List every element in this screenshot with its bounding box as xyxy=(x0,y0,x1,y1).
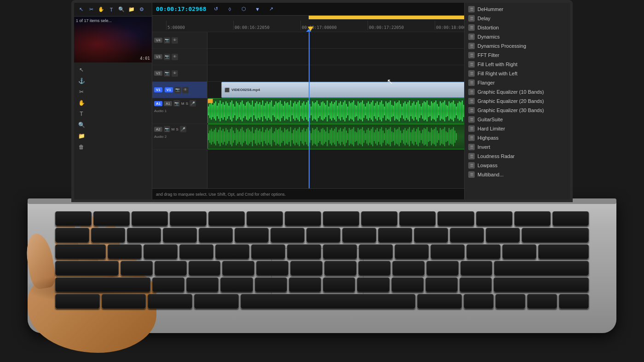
key-f11[interactable] xyxy=(476,211,512,226)
effect-item-distortion[interactable]: ☰ Distortion xyxy=(465,23,570,32)
key-f7[interactable] xyxy=(323,211,359,226)
key-f4[interactable] xyxy=(208,211,245,226)
key-d[interactable] xyxy=(189,261,221,276)
track-btn-v3-cam[interactable]: 📷 xyxy=(164,54,170,60)
key-7[interactable] xyxy=(306,228,340,243)
key-ctrl[interactable] xyxy=(102,294,146,309)
timeline-icon-1[interactable]: ↺ xyxy=(212,5,220,13)
key-z[interactable] xyxy=(152,277,184,292)
key-n[interactable] xyxy=(323,277,355,292)
key-w[interactable] xyxy=(144,244,178,259)
key-9[interactable] xyxy=(378,228,412,243)
key-3[interactable] xyxy=(163,228,197,243)
key-j[interactable] xyxy=(324,261,356,276)
key-rshift[interactable] xyxy=(494,277,589,292)
tool-icon-arrow[interactable]: ↖ xyxy=(77,65,86,74)
key-backtick[interactable] xyxy=(55,228,89,243)
tool-icon-search2[interactable]: 🔍 xyxy=(77,120,86,130)
key-semicolon[interactable] xyxy=(426,261,459,276)
effect-item-delay[interactable]: ☰ Delay xyxy=(465,14,570,23)
effect-item-fft[interactable]: ☰ FFT Filter xyxy=(465,51,570,60)
track-btn-a2-cam[interactable]: 📷 xyxy=(164,126,170,132)
track-btn-a1-m[interactable]: M xyxy=(181,102,184,106)
tool-arrow[interactable]: ↖ xyxy=(77,6,85,14)
track-btn-v2-eye[interactable]: 👁 xyxy=(172,70,178,77)
effect-item-invert[interactable]: ☰ Invert xyxy=(465,142,570,152)
key-period[interactable] xyxy=(426,277,458,292)
timeline-icon-4[interactable]: ▼ xyxy=(253,5,262,13)
key-0[interactable] xyxy=(414,228,448,243)
key-q[interactable] xyxy=(108,244,142,259)
key-enter[interactable] xyxy=(494,261,589,276)
key-i[interactable] xyxy=(359,244,393,259)
key-f10[interactable] xyxy=(437,211,474,226)
key-e[interactable] xyxy=(179,244,213,259)
effect-item-graphic-eq-10[interactable]: ☰ Graphic Equalizer (10 Bands) xyxy=(465,87,570,96)
key-up[interactable] xyxy=(495,294,525,309)
key-f8[interactable] xyxy=(361,211,397,226)
key-rbracket[interactable] xyxy=(502,244,536,259)
key-1[interactable] xyxy=(91,228,125,243)
key-r[interactable] xyxy=(215,244,249,259)
key-5[interactable] xyxy=(235,228,269,243)
key-f2[interactable] xyxy=(132,211,168,226)
key-backspace[interactable] xyxy=(522,228,589,243)
track-row-a1[interactable] xyxy=(207,98,502,124)
track-btn-v1-cam[interactable]: 📷 xyxy=(174,87,181,93)
effect-item-guitarsuite[interactable]: ☰ GuitarSuite xyxy=(465,115,570,124)
track-btn-a2-mic[interactable]: 🎤 xyxy=(180,126,186,132)
key-v[interactable] xyxy=(255,277,287,292)
key-lshift[interactable] xyxy=(55,277,150,292)
track-btn-v4-eye[interactable]: 👁 xyxy=(172,37,178,44)
track-row-v3[interactable] xyxy=(207,49,502,65)
key-left[interactable] xyxy=(464,294,494,309)
key-lcmd[interactable] xyxy=(194,294,239,309)
key-backslash[interactable] xyxy=(538,244,589,259)
key-f9[interactable] xyxy=(399,211,436,226)
key-t[interactable] xyxy=(251,244,285,259)
tool-razor[interactable]: ✂ xyxy=(87,6,95,14)
tool-icon-folder2[interactable]: 📁 xyxy=(77,131,86,141)
key-f6[interactable] xyxy=(285,211,321,226)
key-tab[interactable] xyxy=(55,244,106,259)
track-btn-a2-s[interactable]: S xyxy=(176,127,178,131)
timeline-icon-2[interactable]: ◊ xyxy=(226,5,234,13)
key-right[interactable] xyxy=(559,294,589,309)
tool-icon-razor2[interactable]: ✂ xyxy=(77,87,86,96)
effect-item-hard-limiter[interactable]: ☰ Hard Limiter xyxy=(465,124,570,133)
timeline-icon-5[interactable]: ↗ xyxy=(267,5,276,13)
key-f1[interactable] xyxy=(93,211,130,226)
track-btn-a1-mic[interactable]: 🎤 xyxy=(190,100,196,107)
tool-folder[interactable]: 📁 xyxy=(127,6,136,14)
key-m[interactable] xyxy=(357,277,389,292)
ruler-area[interactable]: 5:00000 00:00:16:22050 00:00:17:00000 00… xyxy=(152,16,502,32)
key-u[interactable] xyxy=(323,244,357,259)
effect-item-loudness-radar[interactable]: ☰ Loudness Radar xyxy=(465,152,570,161)
key-b[interactable] xyxy=(289,277,321,292)
key-rcmd[interactable] xyxy=(417,294,462,309)
key-h[interactable] xyxy=(290,261,322,276)
effect-item-multiband[interactable]: ☰ Multiband... xyxy=(465,170,570,179)
effect-item-dynamics[interactable]: ☰ Dynamics xyxy=(465,32,570,41)
track-btn-a1-s[interactable]: S xyxy=(186,102,188,106)
key-l[interactable] xyxy=(392,261,425,276)
effect-item-highpass[interactable]: ☰ Highpass xyxy=(465,133,570,142)
effect-item-fill-right[interactable]: ☰ Fill Right with Left xyxy=(465,69,570,78)
key-minus[interactable] xyxy=(450,228,484,243)
tool-icon-anchor[interactable]: ⚓ xyxy=(77,76,86,85)
key-k[interactable] xyxy=(358,261,391,276)
key-slash[interactable] xyxy=(460,277,492,292)
tool-icon-hand2[interactable]: ✋ xyxy=(77,98,86,107)
key-lbracket[interactable] xyxy=(466,244,500,259)
key-esc[interactable] xyxy=(55,211,92,226)
track-row-v1[interactable]: ⬛ VIDEO02S8.mp4 xyxy=(207,82,502,98)
key-comma[interactable] xyxy=(391,277,424,292)
effect-item-dehummer[interactable]: ☰ DeHummer xyxy=(465,5,570,14)
tool-icon-trash[interactable]: 🗑 xyxy=(77,142,86,152)
effect-item-fill-left[interactable]: ☰ Fill Left with Right xyxy=(465,60,570,69)
key-c[interactable] xyxy=(220,277,253,292)
key-g[interactable] xyxy=(256,261,288,276)
key-fn[interactable] xyxy=(55,294,100,309)
key-power[interactable] xyxy=(552,211,589,226)
timeline-icon-3[interactable]: ⬡ xyxy=(240,5,248,13)
